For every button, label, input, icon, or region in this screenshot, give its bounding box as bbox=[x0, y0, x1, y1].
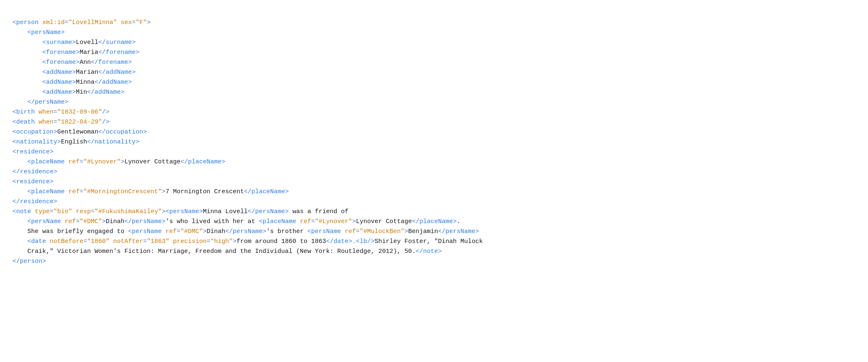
xml-attr-value: "LovellMinna" bbox=[68, 19, 117, 26]
xml-tag: <placeName bbox=[27, 158, 68, 165]
xml-attr-name: type bbox=[35, 208, 50, 215]
xml-tag: </residence> bbox=[12, 198, 57, 205]
xml-tag: <occupation> bbox=[12, 129, 57, 136]
xml-tag: </persName> bbox=[124, 218, 165, 225]
line-25: </person> bbox=[12, 257, 856, 267]
xml-tag: </residence> bbox=[12, 168, 57, 175]
xml-attr-name: ref bbox=[68, 188, 80, 195]
xml-tag: </forename> bbox=[91, 59, 132, 66]
xml-text-content: from around 1860 to 1863 bbox=[236, 238, 326, 245]
line-21: <persName ref="#DMC">Dinah</persName>'s … bbox=[12, 217, 856, 227]
xml-tag: </forename> bbox=[98, 49, 139, 56]
xml-tag: <persName bbox=[307, 228, 345, 235]
xml-tag: > bbox=[203, 228, 207, 235]
xml-text-content: She was briefly engaged to bbox=[27, 228, 128, 235]
xml-tag: </placeName> bbox=[412, 218, 457, 225]
xml-attr-name: when bbox=[39, 109, 53, 116]
xml-text-content: Min bbox=[76, 89, 87, 96]
xml-tag: .<lb/> bbox=[352, 238, 374, 245]
line-17: <residence> bbox=[12, 177, 856, 187]
xml-attr-name: ref bbox=[65, 218, 76, 225]
xml-text-content: 7 Mornington Crescent bbox=[165, 188, 244, 195]
xml-tag: </addName> bbox=[98, 69, 136, 76]
xml-tag: = bbox=[132, 19, 136, 26]
xml-tag: </occupation> bbox=[98, 129, 147, 136]
xml-tag: </placeName> bbox=[180, 158, 225, 165]
xml-text-content: Minna Lovell bbox=[203, 208, 248, 215]
xml-attr-name: ref bbox=[300, 218, 311, 225]
xml-tag: <forename> bbox=[42, 59, 80, 66]
xml-tag bbox=[72, 208, 76, 215]
xml-text-content: was a friend of bbox=[289, 208, 348, 215]
xml-tag: </persName> bbox=[438, 228, 479, 235]
xml-text-content: Craik," Victorian Women's Fiction: Marri… bbox=[27, 248, 416, 255]
xml-attr-name: resp bbox=[76, 208, 91, 215]
xml-tag: <residence> bbox=[12, 148, 53, 155]
xml-tag: /> bbox=[102, 119, 109, 126]
xml-attr-value: "#FukushimaKailey" bbox=[95, 208, 162, 215]
xml-tag: <nationality> bbox=[12, 138, 61, 146]
xml-attr-name: precision bbox=[173, 238, 207, 245]
xml-tag: <birth bbox=[12, 109, 39, 116]
xml-tag: /> bbox=[102, 109, 109, 116]
xml-text-content: Ann bbox=[80, 59, 91, 66]
xml-attr-name: ref bbox=[165, 228, 177, 235]
xml-attr-name: xml:id bbox=[42, 19, 65, 26]
xml-tag: = bbox=[80, 158, 83, 165]
xml-tag: = bbox=[91, 208, 95, 215]
xml-tag: <residence> bbox=[12, 178, 53, 185]
xml-text-content: Benjamin bbox=[408, 228, 438, 235]
xml-tag: > bbox=[162, 208, 165, 215]
xml-text-content: Dinah bbox=[106, 218, 124, 225]
xml-text-content: Marian bbox=[76, 69, 98, 76]
xml-tag: <forename> bbox=[42, 49, 80, 56]
xml-tag: <note bbox=[12, 208, 35, 215]
xml-text-content: Lovell bbox=[76, 39, 98, 46]
xml-attr-name: when bbox=[39, 119, 53, 126]
xml-tag: > bbox=[233, 238, 236, 245]
xml-tag: <death bbox=[12, 119, 39, 126]
line-12: <occupation>Gentlewoman</occupation> bbox=[12, 127, 856, 137]
xml-tag: </nationality> bbox=[87, 138, 139, 146]
line-14: <residence> bbox=[12, 147, 856, 157]
line-20: <note type="bio" resp="#FukushimaKailey"… bbox=[12, 207, 856, 217]
xml-attr-value: "F" bbox=[136, 19, 147, 26]
xml-attr-value: "1822-04-29" bbox=[57, 119, 102, 126]
xml-text-content: . bbox=[457, 218, 460, 225]
xml-attr-name: notBefore bbox=[50, 238, 83, 245]
xml-tag: = bbox=[76, 218, 80, 225]
xml-tag: = bbox=[53, 119, 57, 126]
xml-attr-value: "bio" bbox=[53, 208, 72, 215]
line-16: </residence> bbox=[12, 167, 856, 177]
line-3: <surname>Lovell</surname> bbox=[12, 38, 856, 48]
xml-tag: <persName bbox=[128, 228, 165, 235]
line-2: <persName> bbox=[12, 28, 856, 38]
line-7: <addName>Minna</addName> bbox=[12, 78, 856, 87]
xml-tag: = bbox=[177, 228, 180, 235]
xml-text-content: Maria bbox=[80, 49, 98, 56]
xml-text-content: Shirley Foster, "Dinah Mulock bbox=[374, 238, 483, 245]
xml-attr-name: notAfter bbox=[113, 238, 143, 245]
xml-attr-value: "1863" bbox=[147, 238, 169, 245]
xml-tag: = bbox=[53, 109, 57, 116]
xml-attr-value: "#MorningtonCrescent" bbox=[83, 188, 162, 195]
xml-tag: > bbox=[162, 188, 165, 195]
line-9: </persName> bbox=[12, 97, 856, 107]
xml-tag: </persName> bbox=[27, 99, 68, 106]
xml-tag: = bbox=[143, 238, 147, 245]
xml-text-content: Lynover Cottage bbox=[124, 158, 180, 165]
xml-text-content: Gentlewoman bbox=[57, 129, 98, 136]
xml-attr-value: "#DMC" bbox=[80, 218, 102, 225]
xml-tag: > bbox=[404, 228, 408, 235]
xml-attr-name: ref bbox=[68, 158, 80, 165]
xml-text-content: Minna bbox=[76, 79, 95, 86]
xml-text-content: English bbox=[61, 138, 87, 146]
xml-tag: = bbox=[65, 19, 68, 26]
xml-tag: <person bbox=[12, 19, 42, 26]
xml-tag: = bbox=[207, 238, 210, 245]
xml-text-content: 's who lived with her at bbox=[165, 218, 259, 225]
xml-tag: = bbox=[50, 208, 53, 215]
xml-tag: </date> bbox=[326, 238, 352, 245]
xml-tag: <persName bbox=[27, 218, 65, 225]
xml-tag bbox=[109, 238, 113, 245]
